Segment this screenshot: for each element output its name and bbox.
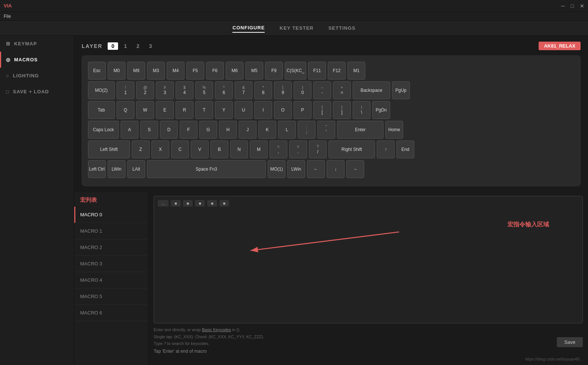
key-left-ctrl[interactable]: Left Ctrl xyxy=(88,160,106,178)
key-2[interactable]: @2 xyxy=(136,81,154,99)
key-backslash[interactable]: |\ xyxy=(353,101,370,119)
key-lwin[interactable]: LWin xyxy=(108,160,125,178)
macro-item-1[interactable]: MACRO 1 xyxy=(74,223,148,239)
key-left-shift[interactable]: Left Shift xyxy=(88,140,130,158)
key-right-shift[interactable]: Right Shift xyxy=(329,140,375,158)
maximize-button[interactable]: □ xyxy=(571,3,574,9)
key-equal[interactable]: += xyxy=(333,81,351,99)
key-0[interactable]: )0 xyxy=(294,81,311,99)
key-o[interactable]: O xyxy=(274,101,292,119)
key-f9[interactable]: F9 xyxy=(265,62,283,80)
macro-tool-btn1[interactable]: ■ xyxy=(171,200,181,207)
layer-btn-3[interactable]: 3 xyxy=(146,42,156,50)
key-mo2[interactable]: MO(2) xyxy=(88,81,115,99)
layer-btn-2[interactable]: 2 xyxy=(133,42,143,50)
key-8[interactable]: *8 xyxy=(254,81,272,99)
macro-tool-btn3[interactable]: ■ xyxy=(195,200,205,207)
key-s[interactable]: S xyxy=(140,121,158,139)
key-9[interactable]: (9 xyxy=(274,81,292,99)
key-m0[interactable]: M0 xyxy=(108,62,125,80)
sidebar-item-save-load[interactable]: □ SAVE + LOAD xyxy=(0,84,74,100)
key-1[interactable]: !1 xyxy=(117,81,134,99)
key-4[interactable]: $4 xyxy=(176,81,193,99)
key-x[interactable]: X xyxy=(151,140,169,158)
key-k[interactable]: K xyxy=(258,121,276,139)
tab-settings[interactable]: SETTINGS xyxy=(329,24,356,32)
key-rwin[interactable]: LWin xyxy=(287,160,305,178)
key-7[interactable]: &7 xyxy=(235,81,252,99)
key-h[interactable]: H xyxy=(219,121,237,139)
key-mo1[interactable]: MO(1) xyxy=(268,160,285,178)
key-c[interactable]: C xyxy=(171,140,189,158)
key-3[interactable]: #3 xyxy=(156,81,174,99)
macro-item-2[interactable]: MACRO 2 xyxy=(74,239,148,256)
key-tab[interactable]: Tab xyxy=(88,101,115,119)
key-j[interactable]: J xyxy=(239,121,257,139)
macro-item-3[interactable]: MACRO 3 xyxy=(74,256,148,272)
key-quote[interactable]: "' xyxy=(317,121,335,139)
key-f12[interactable]: F12 xyxy=(328,62,346,80)
key-f5[interactable]: F5 xyxy=(186,62,204,80)
key-l[interactable]: L xyxy=(278,121,296,139)
key-e[interactable]: E xyxy=(156,101,174,119)
macro-item-4[interactable]: MACRO 4 xyxy=(74,272,148,288)
key-backspace[interactable]: Backspace xyxy=(353,81,390,99)
key-enter[interactable]: Enter xyxy=(337,121,383,139)
key-m1[interactable]: M1 xyxy=(347,62,365,80)
key-n[interactable]: N xyxy=(230,140,248,158)
macro-item-6[interactable]: MACRO 6 xyxy=(74,305,148,321)
key-f6[interactable]: F6 xyxy=(206,62,224,80)
key-slash[interactable]: ?/ xyxy=(309,140,327,158)
tab-key-tester[interactable]: KEY TESTER xyxy=(280,24,313,32)
key-arrow-left[interactable]: ← xyxy=(307,160,325,178)
minimize-button[interactable]: ─ xyxy=(561,3,565,9)
key-lalt[interactable]: LAlt xyxy=(127,160,145,178)
key-m3[interactable]: M3 xyxy=(147,62,165,80)
key-caps-lock[interactable]: Caps Lock xyxy=(88,121,119,139)
macro-tool-btn2[interactable]: ■ xyxy=(183,200,193,207)
sidebar-item-macros[interactable]: ◎ MACROS xyxy=(0,52,74,68)
key-g[interactable]: G xyxy=(199,121,217,139)
key-home[interactable]: Home xyxy=(385,121,403,139)
key-pgdn[interactable]: PgDn xyxy=(372,101,390,119)
key-d[interactable]: D xyxy=(160,121,178,139)
layer-btn-0[interactable]: 0 xyxy=(108,42,118,50)
macro-tool-btn5[interactable]: ■ xyxy=(219,200,229,207)
sidebar-item-lighting[interactable]: ○ LIGHTING xyxy=(0,68,74,84)
key-b[interactable]: B xyxy=(210,140,228,158)
key-pgup[interactable]: PgUp xyxy=(392,81,410,99)
key-i[interactable]: I xyxy=(254,101,272,119)
key-arrow-right[interactable]: → xyxy=(346,160,364,178)
key-m4[interactable]: M4 xyxy=(167,62,184,80)
key-v[interactable]: V xyxy=(191,140,209,158)
key-bracket-close[interactable]: }] xyxy=(333,101,351,119)
key-f[interactable]: F xyxy=(180,121,197,139)
key-arrow-up[interactable]: ↑ xyxy=(377,140,395,158)
save-button[interactable]: Save xyxy=(557,337,583,347)
key-esc[interactable]: Esc xyxy=(88,62,106,80)
key-bracket-open[interactable]: {[ xyxy=(313,101,331,119)
key-cskc[interactable]: C(S(KC_ xyxy=(285,62,306,80)
key-arrow-down[interactable]: ↓ xyxy=(327,160,344,178)
tab-configure[interactable]: CONFIGURE xyxy=(232,23,265,33)
basic-keycodes-link[interactable]: Basic Keycodes xyxy=(202,327,231,332)
key-z[interactable]: Z xyxy=(132,140,150,158)
key-t[interactable]: T xyxy=(195,101,213,119)
macro-item-0[interactable]: MACRO 0 xyxy=(74,207,148,223)
key-q[interactable]: Q xyxy=(117,101,134,119)
key-m9[interactable]: M9 xyxy=(127,62,145,80)
key-y[interactable]: Y xyxy=(215,101,233,119)
key-comma[interactable]: <, xyxy=(270,140,287,158)
key-m6[interactable]: M6 xyxy=(226,62,244,80)
sidebar-item-keymap[interactable]: ⊞ KEYMAP xyxy=(0,36,74,52)
close-button[interactable]: ✕ xyxy=(580,3,584,9)
macro-item-5[interactable]: MACRO 5 xyxy=(74,288,148,305)
layer-btn-1[interactable]: 1 xyxy=(120,42,131,50)
key-m[interactable]: M xyxy=(250,140,268,158)
key-semicolon[interactable]: :; xyxy=(298,121,316,139)
key-f11[interactable]: F11 xyxy=(308,62,326,80)
key-period[interactable]: >. xyxy=(289,140,307,158)
macro-tool-btn4[interactable]: ■ xyxy=(207,200,217,207)
key-end[interactable]: End xyxy=(396,140,414,158)
file-menu[interactable]: File xyxy=(4,14,11,19)
